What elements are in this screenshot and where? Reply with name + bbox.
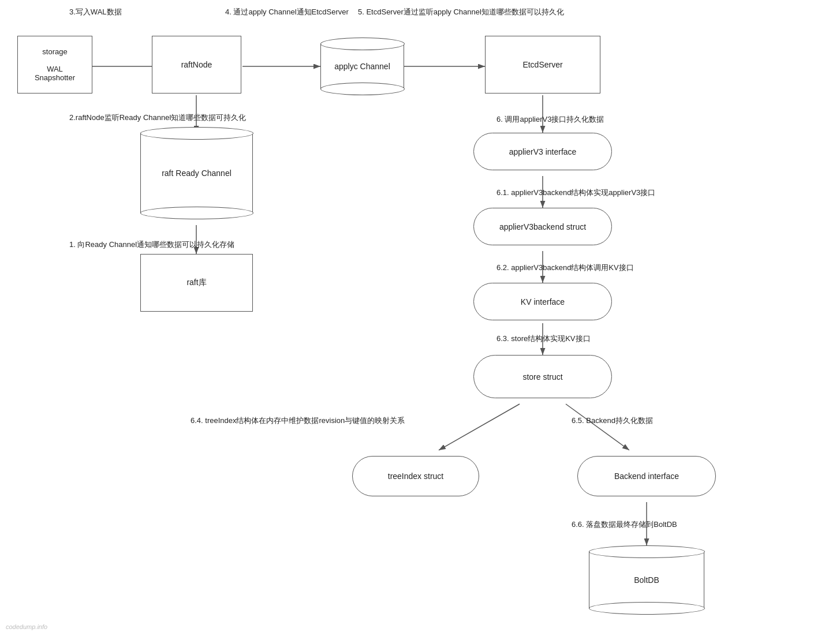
tree-index-ellipse: treeIndex struct [352,456,479,496]
raft-node-box: raftNode [152,36,241,93]
raft-lib-box: raft库 [140,254,253,312]
boltdb-cylinder: BoltDB [589,551,704,609]
apply-channel-cylinder: applyc Channel [320,43,404,89]
etcd-server-box: EtcdServer [485,36,600,93]
store-struct-label: store struct [522,372,562,381]
applier-v3-interface-label: applierV3 interface [509,147,577,156]
storage-box: storage WAL Snapshotter [17,36,92,93]
label-step5: 5. EtcdServer通过监听apply Channel知道哪些数据可以持久… [358,7,564,17]
svg-line-10 [439,404,520,450]
label-step64: 6.4. treeIndex结构体在内存中维护数据revision与键值的映射关… [191,416,405,426]
raft-ready-channel-label: raft Ready Channel [162,169,232,178]
kv-interface-ellipse: KV interface [473,283,612,320]
backend-interface-label: Backend interface [614,472,679,481]
label-step1: 1. 向Ready Channel通知哪些数据可以持久化存储 [69,240,234,250]
boltdb-label: BoltDB [634,575,659,585]
label-step6: 6. 调用applierV3接口持久化数据 [496,114,604,125]
storage-label: storage WAL Snapshotter [35,47,75,82]
label-step4: 4. 通过apply Channel通知EtcdServer [225,7,349,17]
arrows-svg [0,0,840,636]
diagram: 3.写入WAL数据 4. 通过apply Channel通知EtcdServer… [0,0,840,636]
tree-index-label: treeIndex struct [388,472,444,481]
raft-node-label: raftNode [181,60,212,69]
label-step66: 6.6. 落盘数据最终存储到BoltDB [572,519,677,530]
apply-channel-label: applyc Channel [334,62,390,71]
label-step61: 6.1. applierV3backend结构体实现applierV3接口 [496,188,655,198]
applier-v3-backend-label: applierV3backend struct [499,222,586,231]
svg-line-11 [566,404,629,450]
label-step65: 6.5. Backend持久化数据 [572,416,653,426]
applier-v3-interface-ellipse: applierV3 interface [473,133,612,170]
label-step63: 6.3. store结构体实现KV接口 [496,334,591,344]
label-step3: 3.写入WAL数据 [69,7,122,17]
label-step62: 6.2. applierV3backend结构体调用KV接口 [496,263,634,273]
kv-interface-label: KV interface [521,297,565,306]
watermark: codedump.info [6,623,47,630]
raft-lib-label: raft库 [186,278,206,288]
etcd-server-label: EtcdServer [522,60,562,69]
applier-v3-backend-ellipse: applierV3backend struct [473,208,612,245]
store-struct-ellipse: store struct [473,355,612,398]
backend-interface-ellipse: Backend interface [577,456,716,496]
raft-ready-channel-cylinder: raft Ready Channel [140,133,253,214]
label-step2: 2.raftNode监听Ready Channel知道哪些数据可持久化 [69,113,246,123]
